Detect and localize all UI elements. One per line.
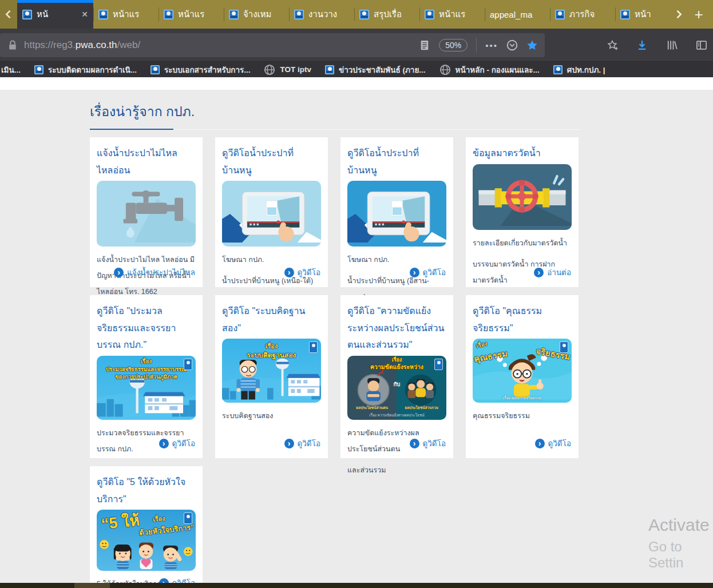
bookmark-label: ข่าวประชาสัมพันธ์ (ภาย...	[339, 63, 426, 76]
tab-scroll-right-button[interactable]	[670, 0, 687, 29]
illustration-caption: เรื่อง ความขัดแย้งทางผลประโยชน์	[347, 413, 446, 418]
tab-scroll-left-button[interactable]	[0, 0, 17, 29]
card-link-label: อ่านต่อ	[547, 266, 571, 279]
card-link-label: ดูวิดีโอ	[548, 437, 571, 450]
card-link[interactable]: › ดูวิดีโอ	[284, 437, 320, 450]
tab-title: หน้	[37, 7, 77, 21]
tab[interactable]: สรุปเรื่อ	[354, 0, 419, 29]
card-body: คุณธรรมจริยธรรม	[473, 408, 572, 424]
conflict-video-illustration[interactable]: เรื่อง ความขัดแย้งระหว่าง กับ ผลประโยชน์…	[347, 356, 446, 420]
url-prefix: https://reg3.	[24, 39, 76, 50]
pwa-favicon	[553, 65, 563, 74]
card-link-label: ดูวิดีโอ	[423, 266, 446, 279]
card-link-label: ดูวิดีโอ	[298, 437, 320, 450]
five-gives-illustration[interactable]: “5 ให้ เรื่อง ด้วยหัวใจบริการ”	[97, 510, 196, 571]
bookmark-item[interactable]: TOT iptv	[264, 64, 311, 76]
tab[interactable]: appeal_ma	[485, 0, 550, 29]
download-icon[interactable]	[636, 39, 648, 51]
card-title: ข้อมูลมาตรวัดน้ำ	[473, 145, 572, 162]
illustration-caption: ผลประโยชน์ส่วนรวม	[397, 406, 447, 410]
lock-icon	[7, 39, 18, 51]
pwa-favicon	[164, 10, 173, 19]
card-grid: แจ้งน้ำประปาไม่ไหล ไหลอ่อน	[90, 137, 579, 588]
bookmark-item[interactable]: ศปท.กปภ. |	[553, 63, 605, 76]
url-bar[interactable]: https://reg3.pwa.co.th/web/ 50% •••	[0, 33, 545, 57]
card-link[interactable]: › ดูวิดีโอ	[535, 437, 571, 450]
card-link-label: ดูวิดีโอ	[298, 266, 320, 279]
pwa-favicon	[294, 10, 304, 19]
card-link[interactable]: › ดูวิดีโอ	[159, 437, 195, 450]
arrow-circle-icon: ›	[534, 268, 544, 277]
tablet-video-illustration[interactable]	[222, 181, 321, 247]
zoom-level-badge[interactable]: 50%	[439, 39, 468, 51]
bookmark-item[interactable]: ระบบติดตามผลการดำเนิ...	[34, 63, 137, 76]
tablet-video-illustration[interactable]	[347, 181, 446, 247]
card-title: ดูวีดิโอ "คุณธรรมจริยธรรม"	[473, 303, 572, 336]
pwa-favicon	[229, 10, 239, 19]
card-title: ดูวีดิโอ "ประมวลจริยธรรมและจรรยาบรรณ กปภ…	[97, 303, 196, 353]
tablet-graphic	[347, 181, 446, 247]
new-tab-button[interactable]: +	[687, 0, 710, 29]
bookmark-item[interactable]: ระบบเอกสารสำหรับการ...	[150, 63, 250, 76]
bookmark-item[interactable]: ข่าวประชาสัมพันธ์ (ภาย...	[325, 63, 426, 76]
reader-mode-icon[interactable]	[419, 39, 430, 51]
tab-title: หน้า	[635, 7, 665, 21]
bookmark-item[interactable]: หน้าหลัก - กองแผนและ...	[439, 63, 540, 76]
faucet-illustration[interactable]	[97, 181, 196, 247]
town-graphic	[97, 356, 196, 420]
valve-illustration[interactable]	[473, 164, 572, 230]
arrow-circle-icon: ›	[284, 268, 294, 277]
card-video-north-south: ดูวีดิโอน้ำประปาที่บ้านหนู	[215, 137, 328, 287]
card-body: รายละเอียดเกี่ยวกับมาตรวัดน้ำ	[473, 235, 572, 251]
bookmark-star-icon[interactable]	[526, 39, 538, 51]
url-path: /web/	[117, 39, 141, 50]
illustration-caption: เรื่อง	[97, 358, 196, 365]
tab[interactable]: หน้า	[615, 0, 670, 29]
globe-icon	[264, 64, 275, 76]
card-link[interactable]: › ดูวิดีโอ	[410, 437, 446, 450]
tab[interactable]: งานวาง	[289, 0, 354, 29]
tab-title: appeal_ma	[490, 10, 545, 19]
card-video-five-gives: ดูวีดิโอ "5 ให้ด้วยหัวใจบริการ"	[90, 466, 203, 588]
card-video-morality: ดูวีดิโอ "คุณธรรมจริยธรรม"	[466, 295, 579, 458]
tab[interactable]: หน้าแร	[419, 0, 485, 29]
bookmarks-menu-icon[interactable]	[607, 39, 618, 51]
ethics-video-illustration[interactable]: เรื่อง ประมวลจริยธรรมและจรรยาบรรณ ของการ…	[97, 356, 196, 420]
windows-activation-watermark: Activate Go to Settin	[648, 515, 713, 571]
tab[interactable]: จ้างเหม	[224, 0, 289, 29]
morality-video-illustration[interactable]: เรื่อง คุณธรรม จริยธรรม เรื่อง คุณธรรมจร…	[473, 339, 572, 403]
library-icon[interactable]	[666, 39, 678, 51]
pwa-favicon	[22, 10, 32, 19]
card-title: แจ้งน้ำประปาไม่ไหล ไหลอ่อน	[97, 145, 196, 178]
tab[interactable]: หน้าแร	[93, 0, 159, 29]
card-body: และส่วนรวม	[347, 462, 446, 478]
arrow-circle-icon: ›	[410, 439, 419, 448]
pocket-icon[interactable]	[506, 39, 518, 51]
bookmark-label: TOT iptv	[280, 65, 311, 74]
binary-thinking-illustration[interactable]: เรื่อง ระบบคิดฐานสอง	[222, 339, 321, 403]
bottom-bar-thumb[interactable]	[74, 583, 110, 588]
pwa-logo	[184, 512, 192, 524]
illustration-caption: กับ	[347, 381, 446, 388]
illustration-caption: ความขัดแย้งระหว่าง	[347, 363, 446, 371]
card-link[interactable]: › อ่านต่อ	[534, 266, 571, 279]
tab[interactable]: หน้าแร	[159, 0, 224, 29]
tab-close-icon[interactable]: ✕	[81, 10, 88, 19]
tablet-graphic	[222, 181, 321, 247]
pwa-favicon	[425, 10, 434, 19]
tab-active[interactable]: หน้ ✕	[17, 0, 93, 29]
card-link[interactable]: › แจ้งน้ำประปาไม่ไหล	[114, 266, 195, 279]
card-link[interactable]: › ดูวิดีโอ	[284, 266, 320, 279]
card-link-label: แจ้งน้ำประปาไม่ไหล	[127, 266, 195, 279]
page-actions-icon[interactable]: •••	[485, 41, 498, 50]
pwa-favicon	[620, 10, 630, 19]
watermark-line1: Activate	[648, 515, 713, 535]
bottom-bar	[0, 583, 713, 588]
web-page-content: เรื่องน่ารู้จาก กปภ. แจ้งน้ำประปาไม่ไหล …	[0, 90, 713, 588]
bookmark-item[interactable]: เมิน...	[1, 63, 21, 76]
card-link[interactable]: › ดูวิดีโอ	[410, 266, 446, 279]
sidebar-toggle-icon[interactable]	[696, 39, 707, 51]
card-title: ดูวีดิโอ "ระบบคิดฐานสอง"	[222, 303, 321, 336]
arrow-circle-icon: ›	[114, 268, 124, 277]
tab[interactable]: ภารกิจ	[550, 0, 615, 29]
